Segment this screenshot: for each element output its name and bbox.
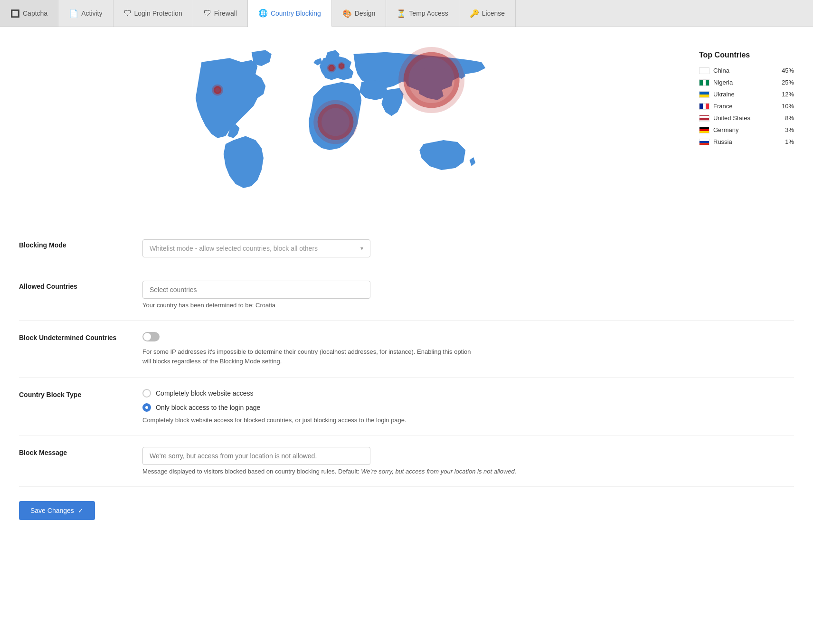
block-desc-default: We're sorry, but access from your locati… [361,468,516,475]
svg-point-5 [404,52,460,108]
flag-russia [699,139,709,145]
tab-captcha-label: Captcha [23,9,47,17]
radio-option-login[interactable]: Only block access to the login page [142,403,794,412]
country-name-nigeria: Nigeria [713,79,778,86]
country-name-russia: Russia [713,138,781,145]
radio-complete-circle [142,389,151,398]
tab-temp-access[interactable]: ⏳ Temp Access [386,0,459,27]
country-row-ukraine: Ukraine 12% [699,91,794,98]
block-undetermined-toggle[interactable] [142,332,160,341]
country-pct-nigeria: 25% [782,79,794,86]
blocking-mode-dropdown[interactable]: Whitelist mode - allow selected countrie… [142,239,370,257]
blocking-mode-label: Blocking Mode [19,239,123,249]
tab-captcha[interactable]: 🔲 Captcha [0,0,58,27]
country-pct-china: 45% [782,67,794,74]
license-icon: 🔑 [470,9,479,18]
block-undetermined-label: Block Undetermined Countries [19,332,123,341]
save-button-icon: ✓ [78,507,84,514]
country-hint: Your country has been determined to be: … [142,302,794,309]
radio-login-label: Only block access to the login page [156,404,260,411]
tab-country-blocking[interactable]: 🌐 Country Blocking [248,0,332,27]
svg-point-4 [318,104,354,140]
radio-login-circle [142,403,151,412]
tab-activity[interactable]: 📄 Activity [58,0,113,27]
flag-germany [699,127,709,133]
country-name-ukraine: Ukraine [713,91,778,98]
svg-point-2 [328,65,334,71]
country-block-type-description: Completely block website access for bloc… [142,417,794,424]
block-message-input[interactable] [142,447,370,465]
svg-point-1 [214,86,222,94]
country-name-france: France [713,103,778,110]
tab-design-label: Design [355,9,376,17]
firewall-icon: 🛡 [204,9,211,18]
block-undetermined-row: Block Undetermined Countries For some IP… [19,321,794,378]
tab-activity-label: Activity [81,9,102,17]
tab-login-protection-label: Login Protection [134,9,182,17]
radio-group: Completely block website access Only blo… [142,389,794,412]
allowed-countries-input[interactable] [142,281,370,299]
tab-temp-access-label: Temp Access [409,9,448,17]
save-button-label: Save Changes [30,507,74,514]
country-blocking-icon: 🌐 [258,9,268,18]
tab-country-blocking-label: Country Blocking [271,9,321,17]
block-message-description: Message displayed to visitors blocked ba… [142,468,794,475]
map-section: Top Countries China 45% Nigeria 25% Ukra… [19,46,794,199]
country-row-germany: Germany 3% [699,126,794,133]
country-pct-germany: 3% [785,126,794,133]
toggle-slider [142,332,160,341]
country-row-china: China 45% [699,67,794,74]
country-block-type-content: Completely block website access Only blo… [142,389,794,424]
blocking-mode-content: Whitelist mode - allow selected countrie… [142,239,794,257]
country-row-us: United States 8% [699,114,794,122]
block-message-row: Block Message Message displayed to visit… [19,436,794,487]
block-undetermined-description: For some IP addresses it's impossible to… [142,347,475,366]
country-row-russia: Russia 1% [699,138,794,145]
tab-login-protection[interactable]: 🛡 Login Protection [113,0,193,27]
country-block-type-row: Country Block Type Completely block webs… [19,378,794,436]
world-map [19,46,680,198]
country-pct-france: 10% [782,103,794,110]
country-pct-ukraine: 12% [782,91,794,98]
save-changes-button[interactable]: Save Changes ✓ [19,501,95,520]
tab-firewall-label: Firewall [214,9,237,17]
country-block-type-label: Country Block Type [19,389,123,398]
login-protection-icon: 🛡 [124,9,132,18]
allowed-countries-row: Allowed Countries Your country has been … [19,269,794,321]
country-name-china: China [713,67,778,74]
flag-nigeria [699,79,709,86]
dropdown-arrow-icon: ▾ [360,245,363,252]
country-name-us: United States [713,114,781,122]
tab-design[interactable]: 🎨 Design [332,0,387,27]
settings-section: Blocking Mode Whitelist mode - allow sel… [19,228,794,520]
country-pct-us: 8% [785,114,794,122]
country-pct-russia: 1% [785,138,794,145]
captcha-icon: 🔲 [10,9,20,18]
world-map-container [19,46,680,199]
flag-china [699,67,709,74]
flag-ukraine [699,91,709,98]
country-row-nigeria: Nigeria 25% [699,79,794,86]
flag-us [699,115,709,122]
allowed-countries-label: Allowed Countries [19,281,123,290]
tab-license-label: License [482,9,505,17]
tab-bar: 🔲 Captcha 📄 Activity 🛡 Login Protection … [0,0,813,27]
block-undetermined-content: For some IP addresses it's impossible to… [142,332,794,366]
tab-license[interactable]: 🔑 License [459,0,516,27]
svg-point-3 [339,63,344,69]
temp-access-icon: ⏳ [397,9,406,18]
main-content: Top Countries China 45% Nigeria 25% Ukra… [0,27,813,644]
blocking-mode-row: Blocking Mode Whitelist mode - allow sel… [19,228,794,269]
block-desc-text: Message displayed to visitors blocked ba… [142,468,361,475]
allowed-countries-content: Your country has been determined to be: … [142,281,794,309]
flag-france [699,103,709,110]
block-message-label: Block Message [19,447,123,456]
design-icon: 🎨 [342,9,352,18]
tab-firewall[interactable]: 🛡 Firewall [193,0,248,27]
country-name-germany: Germany [713,126,781,133]
block-message-content: Message displayed to visitors blocked ba… [142,447,794,475]
activity-icon: 📄 [69,9,78,18]
country-row-france: France 10% [699,103,794,110]
top-countries-heading: Top Countries [699,51,794,59]
radio-option-complete[interactable]: Completely block website access [142,389,794,398]
